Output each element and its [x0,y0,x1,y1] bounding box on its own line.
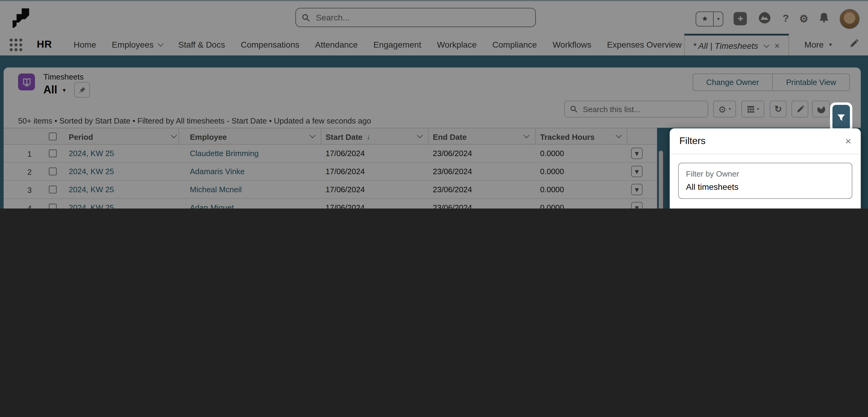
filter-button-spotlight [830,102,852,133]
filters-panel: Filters × Filter by Owner All timesheets… [670,128,861,208]
filters-panel-body: Filter by Owner All timesheets Matching … [670,154,861,208]
filters-panel-header: Filters × [670,128,861,154]
owner-filter-value: All timesheets [686,181,844,192]
filters-panel-title: Filters [679,136,706,147]
filter-by-owner-card[interactable]: Filter by Owner All timesheets [678,163,852,199]
filters-toggle-button[interactable] [832,105,850,130]
filter-funnel-icon [837,113,846,122]
app-window: ★ ▾ + ? ⚙ HR HomeEmployeesStaff & DocsCo… [0,0,868,208]
close-panel-icon[interactable]: × [845,136,851,146]
owner-filter-label: Filter by Owner [686,169,844,179]
